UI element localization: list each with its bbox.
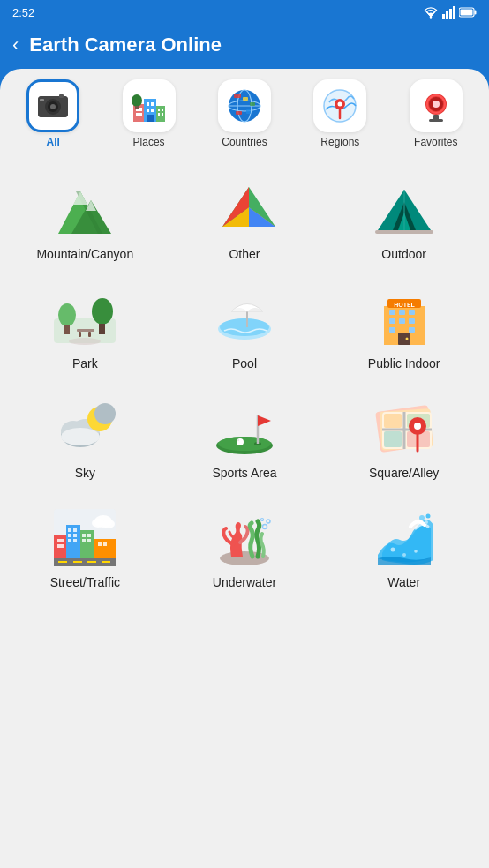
svg-point-142 (102, 520, 115, 528)
svg-rect-18 (136, 113, 139, 116)
grid-item-underwater[interactable]: Underwater (165, 490, 325, 600)
svg-rect-14 (40, 99, 44, 101)
other-icon (214, 178, 275, 240)
tab-countries[interactable]: Countries (214, 79, 275, 153)
grid-item-mountain-canyon[interactable]: Mountain/Canyon (5, 162, 165, 272)
svg-rect-88 (398, 333, 410, 345)
grid-item-street-traffic[interactable]: Street/Traffic (5, 490, 165, 600)
svg-rect-81 (399, 310, 405, 315)
svg-rect-67 (64, 326, 70, 334)
svg-rect-64 (375, 230, 433, 234)
svg-rect-30 (162, 113, 163, 116)
tab-all[interactable]: All (22, 79, 84, 153)
svg-marker-100 (258, 415, 271, 426)
tab-regions-label: Regions (320, 136, 359, 148)
tab-regions[interactable]: Regions (309, 79, 371, 153)
svg-rect-87 (409, 327, 415, 333)
grid-item-public-indoor[interactable]: HOTEL Public Indoor (324, 272, 484, 381)
svg-rect-7 (461, 10, 473, 16)
svg-rect-131 (87, 539, 91, 542)
svg-point-102 (237, 439, 239, 441)
svg-point-145 (267, 520, 270, 523)
public-indoor-label: Public Indoor (368, 356, 440, 370)
svg-rect-25 (147, 115, 154, 122)
svg-point-12 (50, 104, 56, 109)
signal-icon (442, 6, 455, 19)
outdoor-icon (373, 178, 435, 240)
svg-rect-21 (147, 102, 149, 106)
status-bar: 2:52 (0, 0, 489, 25)
tab-all-icon (26, 79, 79, 132)
svg-rect-41 (246, 109, 251, 114)
svg-rect-118 (57, 544, 61, 548)
svg-rect-39 (250, 102, 255, 106)
svg-rect-139 (102, 561, 110, 563)
svg-rect-19 (139, 113, 142, 116)
svg-rect-2 (446, 11, 448, 19)
svg-rect-3 (449, 9, 452, 19)
grid-item-outdoor[interactable]: Outdoor (324, 162, 484, 272)
grid-item-water[interactable]: Water (324, 490, 484, 600)
sky-icon (54, 397, 116, 459)
svg-point-31 (132, 94, 142, 107)
svg-rect-134 (103, 542, 107, 546)
tab-bar-wrapper: All (0, 69, 489, 153)
svg-point-141 (92, 519, 104, 528)
places-icon (130, 86, 169, 125)
page-title: Earth Camera Online (29, 34, 222, 56)
svg-rect-117 (61, 539, 64, 542)
back-button[interactable]: ‹ (12, 34, 19, 56)
svg-point-143 (220, 551, 269, 565)
svg-point-151 (402, 553, 406, 557)
street-traffic-label: Street/Traffic (50, 575, 120, 589)
svg-rect-23 (147, 108, 149, 112)
svg-point-149 (425, 520, 428, 524)
battery-icon (459, 7, 477, 18)
svg-rect-80 (389, 310, 395, 315)
tab-bar: All (0, 69, 489, 153)
svg-rect-136 (58, 561, 67, 563)
svg-rect-49 (429, 119, 443, 122)
svg-point-150 (390, 547, 395, 551)
tab-favorites-icon (410, 79, 463, 132)
svg-rect-138 (87, 561, 96, 563)
svg-rect-38 (243, 97, 248, 101)
street-traffic-icon (54, 506, 116, 568)
svg-rect-123 (68, 534, 71, 537)
svg-rect-133 (98, 542, 102, 546)
svg-rect-84 (399, 318, 405, 324)
sports-area-label: Sports Area (212, 466, 276, 480)
tab-all-label: All (47, 136, 60, 148)
mountain-canyon-icon (54, 178, 116, 240)
svg-rect-82 (409, 310, 415, 315)
tab-countries-icon (218, 79, 271, 132)
svg-rect-110 (384, 431, 402, 447)
regions-icon (320, 86, 359, 125)
countries-icon (225, 86, 264, 125)
tab-places[interactable]: Places (118, 79, 180, 153)
time: 2:52 (12, 6, 34, 19)
grid-item-other[interactable]: Other (165, 162, 325, 272)
svg-rect-71 (79, 332, 81, 337)
grid-item-sky[interactable]: Sky (5, 381, 165, 490)
tab-regions-icon (313, 79, 366, 132)
svg-rect-83 (389, 318, 395, 324)
svg-rect-29 (158, 113, 160, 116)
pool-icon (214, 288, 275, 349)
grid-item-square-alley[interactable]: Square/Alley (324, 381, 484, 490)
svg-rect-69 (99, 324, 105, 334)
grid-item-pool[interactable]: Pool (165, 272, 325, 381)
favorites-icon (417, 86, 455, 125)
svg-rect-130 (82, 539, 86, 542)
svg-rect-108 (384, 414, 402, 428)
svg-point-97 (218, 437, 271, 451)
grid-item-park[interactable]: Park (5, 272, 165, 381)
tab-favorites[interactable]: Favorites (405, 79, 467, 153)
svg-point-89 (405, 337, 408, 340)
svg-point-147 (419, 515, 425, 520)
svg-point-68 (92, 298, 113, 325)
svg-rect-4 (453, 6, 455, 19)
svg-point-75 (220, 318, 269, 336)
grid-item-sports-area[interactable]: Sports Area (165, 381, 325, 490)
tab-countries-label: Countries (222, 136, 267, 148)
